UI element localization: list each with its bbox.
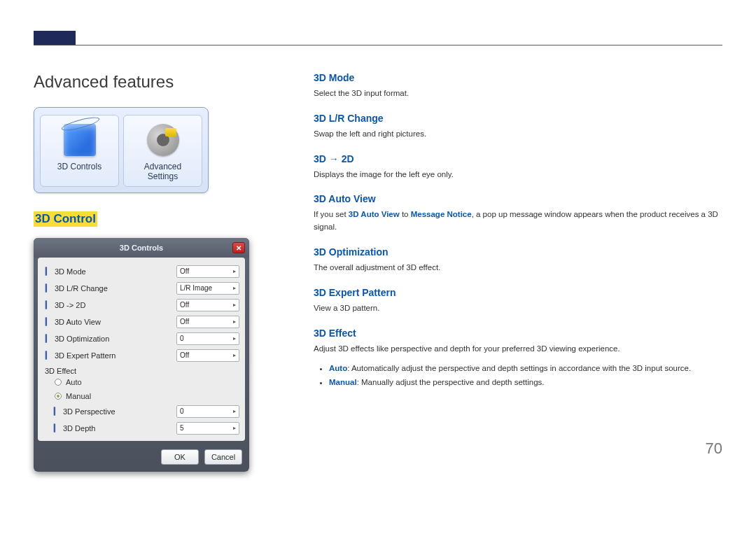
row-value-text: 5: [180, 424, 184, 432]
row-value-dropdown[interactable]: L/R Image▸: [176, 282, 239, 295]
thumb-label: 3D Controls: [43, 162, 115, 171]
dialog-row: ▎3D L/R ChangeL/R Image▸: [43, 280, 239, 297]
text: : Manually adjust the perspective and de…: [357, 378, 545, 386]
radio-auto[interactable]: Auto: [43, 375, 239, 389]
feature-body: Select the 3D input format.: [314, 87, 722, 100]
bold-text: Manual: [329, 378, 357, 386]
radio-label: Manual: [66, 392, 91, 400]
dialog-row: ▎3D Depth5▸: [52, 420, 239, 437]
page-number: 70: [706, 440, 722, 458]
chevron-right-icon: ▸: [233, 302, 236, 308]
group-3d-effect: 3D Effect: [43, 364, 239, 375]
feature-title: 3D L/R Change: [314, 113, 722, 124]
row-marker-icon: ▎: [43, 301, 53, 309]
feature-3d-mode: 3D Mode Select the 3D input format.: [314, 72, 722, 100]
dialog-row: ▎3D Perspective0▸: [52, 403, 239, 420]
dialog-row: ▎3D ModeOff▸: [43, 263, 239, 280]
row-value-dropdown[interactable]: Off▸: [176, 316, 239, 328]
chevron-right-icon: ▸: [233, 408, 236, 414]
feature-3d-lr-change: 3D L/R Change Swap the left and right pi…: [314, 113, 722, 141]
gear-icon: [147, 124, 179, 156]
row-marker-icon: ▎: [43, 284, 53, 292]
row-label: 3D Auto View: [53, 318, 176, 326]
feature-title: 3D → 2D: [314, 153, 722, 164]
row-label: 3D Perspective: [62, 407, 176, 416]
radio-label: Auto: [66, 378, 82, 386]
radio-manual[interactable]: Manual: [43, 389, 239, 403]
row-marker-icon: ▎: [43, 318, 53, 325]
bold-text: Message Notice: [411, 210, 472, 218]
header-rule: [34, 45, 722, 45]
feature-3d-to-2d: 3D → 2D Displays the image for the left …: [314, 153, 722, 181]
bold-text: 3D Auto View: [349, 210, 400, 218]
radio-dot-icon: [55, 379, 62, 386]
row-value-text: Off: [180, 301, 189, 309]
row-value-text: 0: [180, 335, 184, 342]
text: If you set: [314, 210, 349, 218]
feature-body: If you set 3D Auto View to Message Notic…: [314, 209, 722, 234]
bullet-list: Auto: Automatically adjust the perspecti…: [329, 361, 722, 389]
feature-title: 3D Effect: [314, 328, 722, 339]
row-label: 3D Depth: [62, 424, 176, 433]
cube-icon: [64, 124, 96, 156]
close-icon[interactable]: ✕: [232, 242, 245, 253]
row-value-dropdown[interactable]: 0▸: [176, 405, 239, 418]
row-value-text: Off: [180, 351, 189, 359]
row-marker-icon: ▎: [43, 351, 53, 359]
chevron-right-icon: ▸: [233, 285, 236, 291]
bullet-item: Manual: Manually adjust the perspective …: [329, 375, 722, 389]
feature-3d-auto-view: 3D Auto View If you set 3D Auto View to …: [314, 193, 722, 234]
row-value-dropdown[interactable]: Off▸: [176, 349, 239, 362]
row-marker-icon: ▎: [52, 424, 62, 432]
feature-body: View a 3D pattern.: [314, 302, 722, 315]
dialog-row: ▎3D -> 2DOff▸: [43, 297, 239, 314]
row-marker-icon: ▎: [52, 407, 62, 415]
chevron-right-icon: ▸: [233, 425, 236, 431]
row-value-dropdown[interactable]: 5▸: [176, 422, 239, 435]
dialog-title: 3D Controls ✕: [34, 238, 249, 258]
row-value-dropdown[interactable]: Off▸: [176, 299, 239, 311]
row-marker-icon: ▎: [43, 335, 53, 342]
chevron-right-icon: ▸: [233, 268, 236, 274]
chevron-right-icon: ▸: [233, 318, 236, 325]
feature-3d-effect: 3D Effect Adjust 3D effects like perspec…: [314, 328, 722, 389]
bullet-item: Auto: Automatically adjust the perspecti…: [329, 361, 722, 375]
row-value-text: Off: [180, 267, 189, 275]
section-title: 3D Control: [34, 211, 97, 227]
feature-3d-expert-pattern: 3D Expert Pattern View a 3D pattern.: [314, 287, 722, 315]
text: to: [400, 210, 411, 218]
thumb-3d-controls[interactable]: 3D Controls: [40, 115, 119, 187]
cancel-button[interactable]: Cancel: [204, 449, 242, 465]
feature-body: Displays the image for the left eye only…: [314, 169, 722, 181]
dialog-row: ▎3D Auto ViewOff▸: [43, 314, 239, 330]
dialog-row: ▎3D Optimization0▸: [43, 330, 239, 347]
row-value-dropdown[interactable]: Off▸: [176, 265, 239, 278]
row-label: 3D Optimization: [53, 335, 176, 343]
row-value-text: 0: [180, 407, 184, 415]
feature-body: Swap the left and right pictures.: [314, 128, 722, 141]
header-accent-bar: [34, 31, 76, 45]
feature-title: 3D Expert Pattern: [314, 287, 722, 298]
row-label: 3D Mode: [53, 267, 176, 276]
thumb-label: Advanced Settings: [127, 162, 199, 182]
page-title: Advanced features: [34, 72, 272, 92]
row-label: 3D L/R Change: [53, 284, 176, 293]
feature-body: Adjust 3D effects like perspective and d…: [314, 343, 722, 356]
feature-title: 3D Optimization: [314, 246, 722, 258]
row-label: 3D Expert Pattern: [53, 351, 176, 360]
row-value-dropdown[interactable]: 0▸: [176, 332, 239, 345]
row-value-text: Off: [180, 318, 189, 325]
chevron-right-icon: ▸: [233, 352, 236, 358]
dialog-3d-controls: 3D Controls ✕ ▎3D ModeOff▸▎3D L/R Change…: [34, 238, 249, 472]
feature-body: The overall adjustment of 3D effect.: [314, 262, 722, 274]
bold-text: Auto: [329, 364, 347, 372]
ok-button[interactable]: OK: [161, 449, 199, 465]
dialog-row: ▎3D Expert PatternOff▸: [43, 347, 239, 364]
feature-title: 3D Mode: [314, 72, 722, 83]
feature-3d-optimization: 3D Optimization The overall adjustment o…: [314, 246, 722, 274]
row-value-text: L/R Image: [180, 284, 212, 292]
thumbnail-panel: 3D Controls Advanced Settings: [34, 107, 209, 193]
feature-title: 3D Auto View: [314, 193, 722, 204]
row-marker-icon: ▎: [43, 267, 53, 275]
thumb-advanced-settings[interactable]: Advanced Settings: [123, 115, 202, 187]
